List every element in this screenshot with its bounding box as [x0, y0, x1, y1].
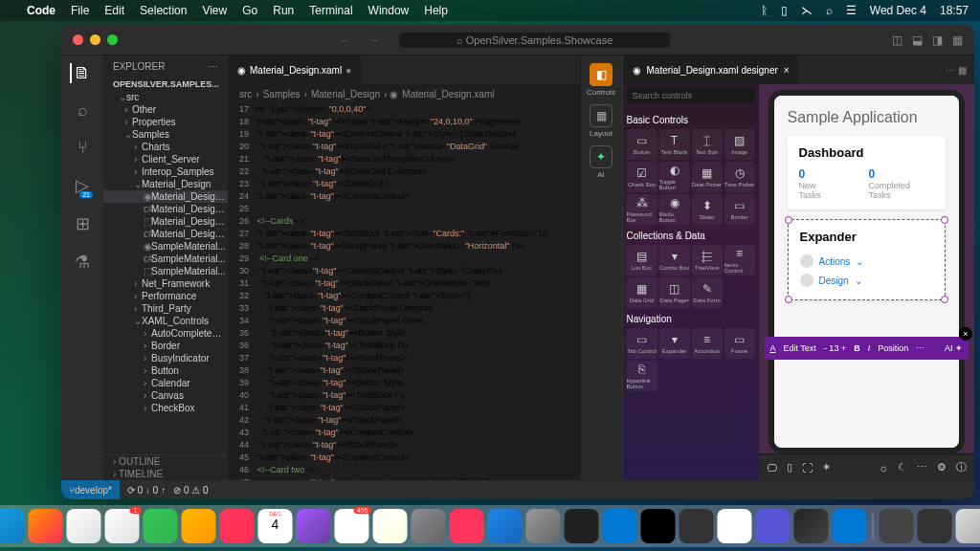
dark-mode-icon[interactable]: ☾: [898, 461, 907, 474]
close-icon[interactable]: ×: [784, 65, 790, 76]
close-icon[interactable]: ×: [959, 327, 972, 341]
more-icon[interactable]: ⋯ ▦: [946, 65, 974, 76]
control-center-icon[interactable]: ☰: [846, 4, 857, 17]
wifi-icon[interactable]: ⋋: [801, 4, 813, 17]
tree-node[interactable]: › BusyIndicator: [103, 352, 228, 364]
dock-maps[interactable]: [182, 509, 216, 543]
fullscreen-icon[interactable]: ⛶: [802, 462, 813, 474]
toolbox-item[interactable]: ▾Expander: [659, 328, 690, 359]
settings-icon[interactable]: ⚙: [937, 461, 947, 474]
dock-app2[interactable]: [756, 509, 791, 543]
dock-settings[interactable]: [526, 509, 561, 543]
menubar-app[interactable]: Code: [27, 4, 56, 17]
theme-icon[interactable]: ☼: [879, 462, 888, 474]
toolbox-item[interactable]: ▭Border: [724, 194, 755, 225]
menu-help[interactable]: Help: [424, 4, 448, 17]
outline-section[interactable]: › OUTLINE: [103, 455, 228, 468]
toolbox-item[interactable]: ⬍Slider: [692, 194, 723, 225]
tree-node[interactable]: ⌄ Samples: [103, 128, 228, 141]
dock-app3[interactable]: [794, 509, 829, 543]
toolbox-item[interactable]: ◉Radio Button: [659, 194, 690, 225]
toolbox-item[interactable]: TText Block: [659, 129, 690, 160]
status-icon[interactable]: ᚱ: [761, 4, 768, 17]
code-editor[interactable]: 17 18 19 20 21 22 23 24 25 26 27 28 29 3…: [228, 103, 580, 480]
menu-terminal[interactable]: Terminal: [309, 4, 352, 17]
dashboard-card[interactable]: Dashboard 0New Tasks 0Completed Tasks: [788, 136, 947, 209]
edit-text-button[interactable]: Edit Text: [784, 343, 816, 353]
dock-reminders[interactable]: 495: [335, 509, 369, 543]
layout-customize-icon[interactable]: ▦: [952, 33, 963, 47]
nav-back-icon[interactable]: ←: [340, 34, 350, 46]
tree-node[interactable]: › Other: [103, 103, 228, 116]
tree-node[interactable]: ⌄ XAML_Controls: [103, 315, 228, 327]
test-icon[interactable]: ⚗: [75, 252, 90, 273]
help-icon[interactable]: ⓘ: [956, 460, 967, 474]
dock-photos[interactable]: [220, 509, 255, 543]
designer-tab[interactable]: ◉ Material_Design.xaml designer ×: [623, 55, 799, 84]
search-icon[interactable]: ⌕: [78, 100, 88, 121]
menu-run[interactable]: Run: [273, 4, 294, 17]
tree-node[interactable]: › Canvas: [103, 389, 228, 402]
menubar-time[interactable]: 18:57: [940, 4, 969, 17]
tree-node[interactable]: › CheckBox: [103, 402, 228, 414]
problems[interactable]: ⊘ 0 ⚠ 0: [173, 485, 208, 496]
tree-node[interactable]: ⬚ SampleMaterial...: [103, 265, 228, 277]
controls-button[interactable]: ◧Controls: [586, 63, 616, 97]
dock-notes[interactable]: [373, 509, 408, 543]
tree-node[interactable]: › Button: [103, 364, 228, 377]
dock-calendar[interactable]: DEC4: [258, 509, 293, 543]
fit-icon[interactable]: ✶: [822, 461, 831, 474]
extensions-icon[interactable]: ⊞: [76, 213, 90, 234]
device-mobile-icon[interactable]: ▯: [787, 461, 792, 474]
toolbox-item[interactable]: ◷Time Picker: [724, 162, 755, 192]
device-desktop-icon[interactable]: 🖵: [767, 462, 777, 474]
tree-node[interactable]: › Net_Framework: [103, 277, 228, 290]
layout-button[interactable]: ▦Layout: [586, 104, 616, 138]
source-control-icon[interactable]: ⑂: [78, 138, 88, 158]
expander-item[interactable]: Actions⌄: [800, 252, 934, 271]
layout-sidebar-icon[interactable]: ◫: [892, 33, 902, 47]
dock-appstore[interactable]: [488, 509, 523, 543]
dock-finder[interactable]: [0, 509, 25, 543]
tree-node[interactable]: ⬚ Material_Design...: [103, 215, 228, 228]
toolbox-item[interactable]: ⁂Password Box: [627, 194, 657, 225]
maximize-button[interactable]: [107, 34, 118, 45]
dock-contacts[interactable]: [297, 509, 331, 543]
menu-window[interactable]: Window: [368, 4, 410, 17]
command-center[interactable]: ⌕ OpenSilver.Samples.Showcase: [399, 33, 671, 48]
tree-node[interactable]: c# Material_Design...: [103, 228, 228, 240]
toolbox-item[interactable]: ✎Data Form: [692, 277, 723, 308]
dock-launchpad[interactable]: [29, 509, 63, 543]
menubar-date[interactable]: Wed Dec 4: [870, 4, 926, 17]
dock-tv[interactable]: [412, 509, 446, 543]
toolbox-item[interactable]: ◫Data Pager: [659, 277, 690, 308]
dock-safari[interactable]: [67, 509, 101, 543]
dock-app4[interactable]: [833, 509, 867, 543]
dock-trash[interactable]: [956, 509, 981, 543]
tree-node[interactable]: ⌄ src: [103, 91, 228, 103]
dock-folder[interactable]: [880, 509, 914, 543]
dock-textedit[interactable]: [718, 509, 752, 543]
dock-music[interactable]: [450, 509, 484, 543]
minimize-button[interactable]: [90, 34, 100, 45]
toolbox-item[interactable]: ⬱TreeView: [692, 245, 723, 276]
toolbox-item[interactable]: ≡Accordion: [692, 328, 723, 359]
tree-node[interactable]: › Third_Party: [103, 302, 228, 315]
toolbox-item[interactable]: ▦Date Picker: [692, 162, 723, 192]
menu-view[interactable]: View: [202, 4, 227, 17]
close-button[interactable]: [73, 34, 83, 45]
toolbox-item[interactable]: ▭Tab Control: [627, 328, 657, 359]
toolbox-item[interactable]: ▭Button: [627, 129, 657, 160]
toolbox-item[interactable]: ⌶Text Box: [692, 129, 723, 160]
more-icon[interactable]: ⋯: [917, 461, 927, 474]
font-size-stepper[interactable]: - 13 +: [824, 343, 846, 353]
sidebar-more-icon[interactable]: ⋯: [209, 61, 218, 72]
position-button[interactable]: Position: [878, 343, 908, 353]
debug-icon[interactable]: ▷21: [76, 175, 89, 196]
tree-node[interactable]: › Charts: [103, 141, 228, 153]
dock-vscode[interactable]: [603, 509, 637, 543]
breadcrumb[interactable]: src › Samples › Material_Design › ◉ Mate…: [228, 84, 580, 103]
italic-button[interactable]: I: [868, 343, 871, 353]
toolbox-item[interactable]: ▭Frame: [724, 328, 755, 359]
menu-edit[interactable]: Edit: [104, 4, 124, 17]
